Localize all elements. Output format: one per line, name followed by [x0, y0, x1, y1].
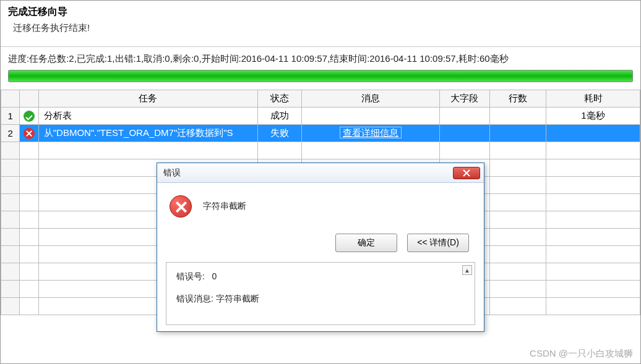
- details-button[interactable]: << 详情(D): [407, 234, 469, 252]
- dialog-title: 错误: [163, 167, 181, 179]
- col-task: 任务: [38, 90, 257, 108]
- rows-cell: [489, 108, 546, 125]
- dialog-details-panel: ▲ 错误号: 0 错误消息: 字符串截断: [166, 262, 475, 325]
- col-rows: 行数: [489, 90, 546, 108]
- progress-summary: 进度:任务总数:2,已完成:1,出错:1,取消:0,剩余:0,开始时间:2016…: [8, 51, 633, 70]
- ok-button[interactable]: 确定: [335, 234, 397, 252]
- lob-cell: [439, 125, 489, 142]
- watermark: CSDN @一只小白攻城狮: [530, 348, 633, 360]
- col-icon: [20, 90, 38, 108]
- error-icon: [170, 195, 192, 218]
- lob-cell: [439, 108, 489, 125]
- task-cell: 分析表: [38, 108, 257, 125]
- close-button[interactable]: [453, 167, 480, 179]
- table-row: [1, 142, 640, 159]
- row-number: 1: [1, 108, 20, 125]
- row-number: 2: [1, 125, 20, 142]
- status-cell: 成功: [258, 108, 302, 125]
- error-dialog: 错误 字符串截断 确定 << 详情(D) ▲ 错误号: 0 错误消息: 字符串截…: [157, 163, 484, 332]
- message-cell[interactable]: 查看详细信息: [302, 125, 440, 142]
- error-icon: [24, 128, 35, 139]
- error-number-value: 0: [212, 271, 217, 281]
- page-subtitle: 迁移任务执行结束!: [8, 19, 633, 36]
- dialog-message: 字符串截断: [203, 201, 246, 212]
- col-rownum: [1, 90, 20, 108]
- table-row[interactable]: 1 分析表 成功 1毫秒: [1, 108, 640, 125]
- progress-bar-fill: [9, 70, 632, 82]
- time-cell: [546, 125, 640, 142]
- success-icon: [24, 111, 35, 122]
- progress-bar: [8, 70, 633, 82]
- view-detail-link[interactable]: 查看详细信息: [340, 127, 402, 138]
- task-cell: 从"DBMON"."TEST_ORA_DM7"迁移数据到"S: [38, 125, 257, 142]
- status-cell: 失败: [258, 125, 302, 142]
- col-status: 状态: [258, 90, 302, 108]
- message-cell: [302, 108, 440, 125]
- status-icon-cell: [20, 108, 38, 125]
- error-number-label: 错误号:: [176, 271, 205, 281]
- close-icon: [463, 169, 470, 177]
- page-title: 完成迁移向导: [8, 6, 633, 19]
- status-icon-cell: [20, 125, 38, 142]
- table-row[interactable]: 2 从"DBMON"."TEST_ORA_DM7"迁移数据到"S 失败 查看详细…: [1, 125, 640, 142]
- rows-cell: [489, 125, 546, 142]
- dialog-titlebar[interactable]: 错误: [157, 163, 484, 183]
- col-message: 消息: [302, 90, 440, 108]
- col-time: 耗时: [546, 90, 640, 108]
- error-message-label: 错误消息:: [176, 294, 213, 303]
- time-cell: 1毫秒: [546, 108, 640, 125]
- error-message-value: 字符串截断: [216, 294, 259, 303]
- col-lob: 大字段: [439, 90, 489, 108]
- scroll-up-button[interactable]: ▲: [462, 265, 472, 275]
